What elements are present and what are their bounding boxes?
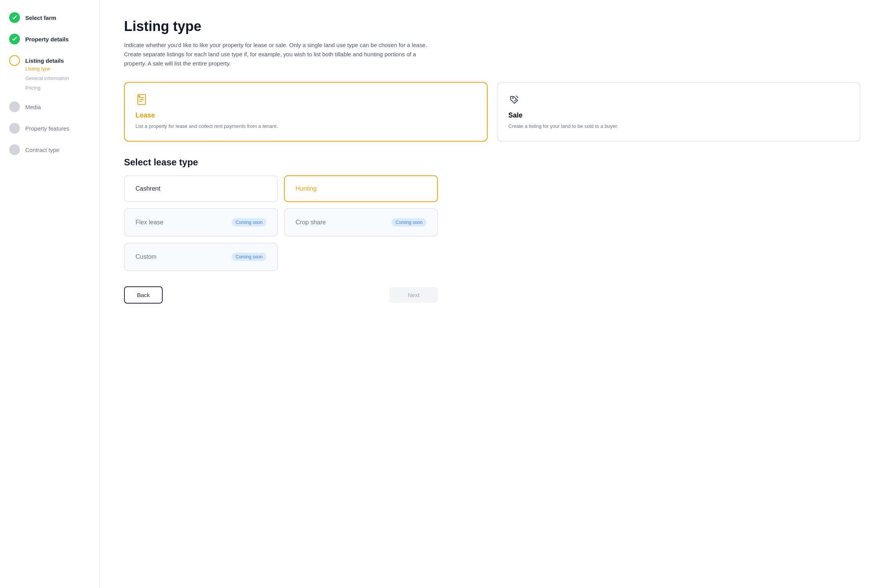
listing-details-icon <box>9 55 20 66</box>
sale-card[interactable]: Sale Create a listing for your land to b… <box>497 82 861 142</box>
hunting-label: Hunting <box>296 185 317 192</box>
lease-card[interactable]: Lease List a property for lease and coll… <box>124 82 488 142</box>
custom-label: Custom <box>136 253 157 260</box>
lease-card-desc: List a property for lease and collect re… <box>136 122 476 130</box>
sale-card-icon <box>508 93 849 108</box>
back-button[interactable]: Back <box>124 286 163 304</box>
listing-details-subitems: Listing type General information Pricing <box>25 66 90 91</box>
hunting-card[interactable]: Hunting <box>284 175 438 202</box>
listing-type-cards: Lease List a property for lease and coll… <box>124 82 861 142</box>
page-title: Listing type <box>124 18 861 34</box>
svg-rect-4 <box>139 95 140 97</box>
subitem-general-information[interactable]: General information <box>25 75 90 81</box>
lease-card-title: Lease <box>136 111 476 119</box>
subitem-listing-type[interactable]: Listing type <box>25 66 90 72</box>
page-description: Indicate whether you'd like to like your… <box>124 41 438 68</box>
sidebar-item-property-details[interactable]: Property details <box>9 34 90 44</box>
listing-details-label: Listing details <box>25 57 64 64</box>
custom-badge: Coming soon <box>232 253 266 261</box>
subitem-pricing[interactable]: Pricing <box>25 85 90 91</box>
custom-card: Custom Coming soon <box>124 243 278 271</box>
sale-card-desc: Create a listing for your land to be sol… <box>508 122 849 130</box>
media-icon <box>9 101 20 112</box>
flex-lease-label: Flex lease <box>136 219 163 226</box>
sidebar-item-contract-type[interactable]: Contract type <box>9 144 90 155</box>
crop-share-badge: Coming soon <box>392 218 426 227</box>
select-farm-label: Select farm <box>25 15 56 21</box>
crop-share-label: Crop share <box>296 219 326 226</box>
sidebar-item-property-features[interactable]: Property features <box>9 123 90 134</box>
cashrent-card[interactable]: Cashrent <box>124 175 278 202</box>
lease-section-title: Select lease type <box>124 157 861 168</box>
svg-point-5 <box>512 97 514 99</box>
sidebar-item-select-farm[interactable]: Select farm <box>9 12 90 23</box>
next-button[interactable]: Next <box>389 287 438 303</box>
property-features-icon <box>9 123 20 134</box>
contract-type-label: Contract type <box>25 147 59 153</box>
property-features-label: Property features <box>25 125 69 132</box>
crop-share-card: Crop share Coming soon <box>284 208 438 237</box>
contract-type-icon <box>9 144 20 155</box>
select-farm-icon <box>9 12 20 23</box>
flex-lease-card: Flex lease Coming soon <box>124 208 278 237</box>
flex-lease-badge: Coming soon <box>232 218 266 227</box>
lease-type-grid: Cashrent Hunting Flex lease Coming soon … <box>124 175 438 271</box>
property-details-label: Property details <box>25 36 69 42</box>
sidebar-item-media[interactable]: Media <box>9 101 90 112</box>
cashrent-label: Cashrent <box>136 185 160 192</box>
sidebar: Select farm Property details Listing det… <box>0 0 100 588</box>
main-content: Listing type Indicate whether you'd like… <box>100 0 885 588</box>
footer-buttons: Back Next <box>124 286 438 304</box>
property-details-icon <box>9 34 20 44</box>
media-label: Media <box>25 104 41 110</box>
sidebar-item-listing-details[interactable]: Listing details <box>9 55 90 66</box>
sale-card-title: Sale <box>508 111 849 119</box>
lease-card-icon <box>136 93 476 108</box>
